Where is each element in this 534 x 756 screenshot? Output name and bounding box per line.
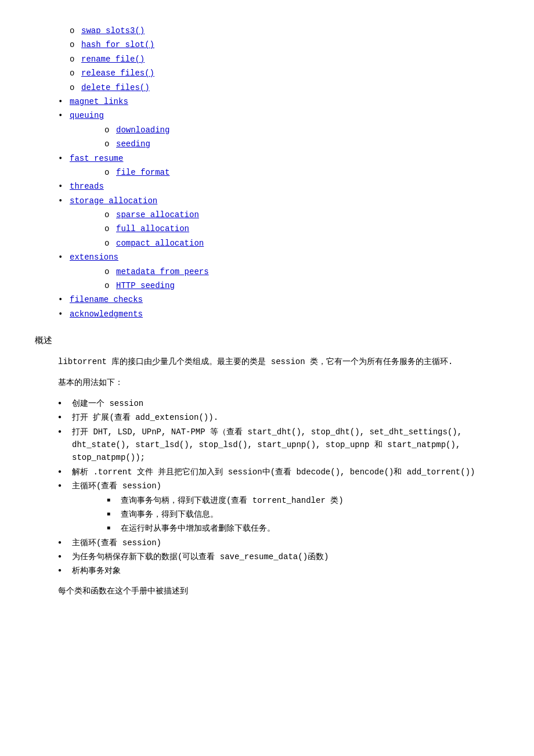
overview-paragraph3: 每个类和函数在这个手册中被描述到 (58, 585, 499, 599)
list-item-file-format: file format (104, 166, 499, 179)
overview-paragraph2: 基本的用法如下： (58, 376, 499, 390)
list-item: hash_for_slot() (70, 38, 499, 51)
overview-sub-item-2-text: 查询事务，得到下载信息。 (121, 510, 218, 519)
http-seeding-link[interactable]: HTTP seeding (116, 281, 175, 290)
overview-item-3-text: 打开 DHT, LSD, UPnP, NAT-PMP 等（查看 start_dh… (72, 427, 462, 463)
overview-item-1: 创建一个 session (58, 397, 499, 410)
list-item-storage-allocation: storage allocation sparse allocation ful… (58, 195, 499, 250)
acknowledgments-link[interactable]: acknowledgments (70, 309, 143, 319)
extensions-children: metadata from peers HTTP seeding (104, 265, 499, 293)
overview-paragraph1: libtorrent 库的接口由少量几个类组成。最主要的类是 session 类… (58, 355, 499, 369)
overview-bullet-list: 创建一个 session 打开 扩展(查看 add_extension()). … (58, 397, 499, 578)
sparse-allocation-link[interactable]: sparse allocation (116, 210, 199, 219)
overview-item-6-text: 主循环(查看 session) (72, 538, 161, 548)
metadata-from-peers-link[interactable]: metadata from peers (116, 267, 209, 276)
overview-sub-item-1: 查询事务句柄，得到下载进度(查看 torrent_handler 类) (107, 494, 499, 507)
overview-sub-item-1-text: 查询事务句柄，得到下载进度(查看 torrent_handler 类) (121, 496, 344, 505)
release-files-link[interactable]: release_files() (81, 69, 154, 78)
queuing-children: downloading seeding (104, 124, 499, 151)
fast-resume-link[interactable]: fast resume (70, 154, 123, 163)
list-item-filename-checks: filename checks (58, 293, 499, 306)
list-item: release_files() (70, 67, 499, 80)
overview-item-7-text: 为任务句柄保存新下载的数据(可以查看 save_resume_data()函数) (72, 552, 329, 561)
list-item-metadata-from-peers: metadata from peers (104, 265, 499, 278)
list-item-extensions: extensions metadata from peers HTTP seed… (58, 251, 499, 292)
overview-sub-item-2: 查询事务，得到下载信息。 (107, 508, 499, 521)
overview-item-2: 打开 扩展(查看 add_extension()). (58, 411, 499, 424)
fast-resume-children: file format (104, 166, 499, 179)
overview-item-6: 主循环(查看 session) (58, 537, 499, 549)
list-item-http-seeding: HTTP seeding (104, 279, 499, 292)
full-allocation-link[interactable]: full allocation (116, 224, 189, 233)
threads-link[interactable]: threads (70, 182, 104, 191)
overview-sub-item-3-text: 在运行时从事务中增加或者删除下载任务。 (121, 524, 275, 533)
swap-slots3-link[interactable]: swap_slots3() (81, 26, 145, 35)
rename-file-link[interactable]: rename_file() (81, 55, 145, 64)
list-item-compact-allocation: compact allocation (104, 237, 499, 250)
overview-item-8: 析构事务对象 (58, 564, 499, 577)
overview-item-2-text: 打开 扩展(查看 add_extension()). (72, 413, 218, 422)
extensions-link[interactable]: extensions (70, 253, 118, 262)
queuing-link[interactable]: queuing (70, 111, 104, 120)
list-item-magnet-links: magnet links (58, 95, 499, 108)
delete-files-link[interactable]: delete_files() (81, 83, 150, 92)
overview-item-1-text: 创建一个 session (72, 399, 143, 408)
main-bullet-list: magnet links queuing downloading seeding… (58, 95, 499, 321)
top-circle-list: swap_slots3() hash_for_slot() rename_fil… (70, 24, 499, 94)
list-item: swap_slots3() (70, 24, 499, 37)
storage-allocation-link[interactable]: storage allocation (70, 196, 157, 206)
list-item-sparse-allocation: sparse allocation (104, 208, 499, 221)
overview-sub-item-3: 在运行时从事务中增加或者删除下载任务。 (107, 522, 499, 535)
list-item-threads: threads (58, 180, 499, 193)
seeding-link[interactable]: seeding (116, 139, 150, 149)
list-item-queuing: queuing downloading seeding (58, 109, 499, 150)
magnet-links-link[interactable]: magnet links (70, 97, 128, 106)
list-item-acknowledgments: acknowledgments (58, 308, 499, 321)
overview-item-5-children: 查询事务句柄，得到下载进度(查看 torrent_handler 类) 查询事务… (107, 494, 499, 535)
overview-item-4: 解析 .torrent 文件 并且把它们加入到 session中(查看 bdec… (58, 466, 499, 478)
list-item: delete_files() (70, 81, 499, 94)
filename-checks-link[interactable]: filename checks (70, 295, 143, 304)
list-item-fast-resume: fast resume file format (58, 152, 499, 179)
list-item: rename_file() (70, 53, 499, 66)
storage-allocation-children: sparse allocation full allocation compac… (104, 208, 499, 250)
overview-item-8-text: 析构事务对象 (72, 566, 121, 575)
file-format-link[interactable]: file format (116, 168, 169, 177)
overview-item-5-text: 主循环(查看 session) (72, 481, 161, 491)
overview-title: 概述 (35, 334, 499, 348)
downloading-link[interactable]: downloading (116, 125, 169, 135)
overview-section: 概述 libtorrent 库的接口由少量几个类组成。最主要的类是 sessio… (35, 334, 499, 598)
overview-item-5: 主循环(查看 session) 查询事务句柄，得到下载进度(查看 torrent… (58, 480, 499, 535)
list-item-downloading: downloading (104, 124, 499, 136)
compact-allocation-link[interactable]: compact allocation (116, 239, 204, 248)
overview-item-4-text: 解析 .torrent 文件 并且把它们加入到 session中(查看 bdec… (72, 467, 475, 477)
overview-item-7: 为任务句柄保存新下载的数据(可以查看 save_resume_data()函数) (58, 550, 499, 563)
list-item-seeding: seeding (104, 138, 499, 150)
hash-for-slot-link[interactable]: hash_for_slot() (81, 40, 154, 49)
list-item-full-allocation: full allocation (104, 222, 499, 235)
overview-item-3: 打开 DHT, LSD, UPnP, NAT-PMP 等（查看 start_dh… (58, 426, 499, 465)
